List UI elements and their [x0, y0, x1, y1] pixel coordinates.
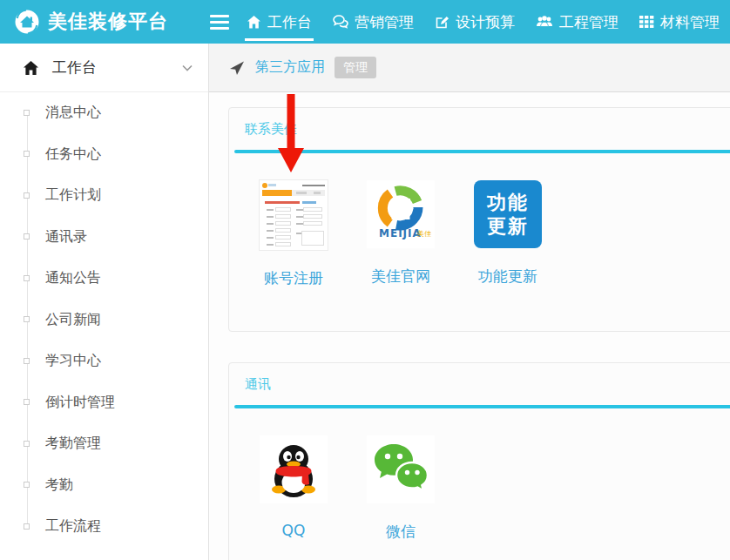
sidebar-item-company-news[interactable]: 公司新闻 [0, 300, 208, 341]
sidebar-item-label: 任务中心 [45, 145, 101, 164]
nav-label: 设计预算 [456, 12, 515, 32]
sidebar-item-contacts[interactable]: 通讯录 [0, 217, 208, 259]
comments-icon [333, 15, 348, 29]
app-title: 美佳装修平台 [48, 9, 168, 35]
sidebar-toggle-button[interactable] [209, 0, 229, 44]
breadcrumb: 第三方应用 管理 [209, 44, 730, 92]
nav-label: 工程管理 [559, 12, 618, 32]
sidebar-item-work-plan[interactable]: 工作计划 [0, 175, 208, 217]
app-logo[interactable]: 美佳装修平台 [0, 0, 209, 44]
app-feature-updates[interactable]: 功能 更新 功能更新 [474, 180, 542, 287]
app-window: 美佳装修平台 工作台 营销管理 [0, 0, 730, 560]
home-icon [247, 15, 261, 30]
sidebar-item-label: 工作计划 [45, 186, 101, 205]
app-grid: QQ [229, 408, 730, 560]
top-header: 美佳装修平台 工作台 营销管理 [0, 0, 730, 44]
sidebar-item-label: 考勤 [45, 476, 73, 495]
registration-screenshot-thumbnail [260, 180, 328, 250]
sidebar-item-label: 通讯录 [45, 228, 87, 246]
nav-workbench[interactable]: 工作台 [236, 0, 322, 44]
wechat-logo [367, 435, 435, 503]
panel-title: 通讯 [229, 363, 730, 405]
sidebar: 工作台 消息中心 任务中心 工作计划 通讯录 通知公告 公司新闻 学习中心 倒计… [0, 44, 209, 560]
svg-text:MEIJIA: MEIJIA [379, 227, 422, 240]
sidebar-item-message-center[interactable]: 消息中心 [0, 92, 208, 134]
app-label: QQ [282, 522, 306, 539]
sidebar-item-task-center[interactable]: 任务中心 [0, 134, 208, 176]
main-area: 第三方应用 管理 联系美佳 [209, 44, 730, 560]
sidebar-item-attendance-management[interactable]: 考勤管理 [0, 423, 208, 465]
nav-label: 材料管理 [660, 12, 720, 32]
panel-contact-meijia: 联系美佳 [228, 107, 730, 332]
manage-badge[interactable]: 管理 [335, 57, 376, 78]
app-label: 美佳官网 [371, 267, 430, 287]
app-grid: 账号注册 [229, 153, 730, 331]
sidebar-item-label: 消息中心 [45, 104, 101, 122]
sidebar-item-label: 通知公告 [45, 269, 101, 287]
tile-text-line: 功能 [487, 191, 529, 215]
meijia-swirl-logo-icon [14, 9, 40, 35]
sidebar-item-label: 公司新闻 [45, 311, 101, 329]
sidebar-item-workflow[interactable]: 工作流程 [0, 506, 208, 548]
edit-icon [435, 15, 449, 30]
nav-label: 工作台 [267, 12, 312, 32]
chevron-down-icon[interactable] [182, 64, 193, 71]
app-wechat[interactable]: 微信 [367, 435, 435, 542]
grid-icon [639, 15, 654, 29]
sidebar-item-attendance[interactable]: 考勤 [0, 465, 208, 507]
app-meijia-website[interactable]: MEIJIA 美佳 美佳官网 [367, 180, 435, 287]
sidebar-item-learning-center[interactable]: 学习中心 [0, 341, 208, 382]
nav-label: 营销管理 [355, 12, 414, 32]
nav-marketing[interactable]: 营销管理 [322, 0, 424, 44]
app-qq[interactable]: QQ [260, 435, 328, 539]
sidebar-header-label: 工作台 [52, 57, 97, 78]
users-icon [536, 15, 553, 29]
panel-communication: 通讯 [228, 362, 730, 560]
sidebar-item-label: 倒计时管理 [45, 394, 115, 412]
nav-design-budget[interactable]: 设计预算 [424, 0, 525, 44]
nav-materials[interactable]: 材料管理 [629, 0, 730, 44]
meijia-logo: MEIJIA 美佳 [367, 180, 435, 248]
location-arrow-icon [228, 59, 246, 77]
sidebar-item-label: 学习中心 [45, 352, 101, 370]
app-label: 功能更新 [478, 267, 537, 287]
nav-engineering[interactable]: 工程管理 [525, 0, 629, 44]
sidebar-item-countdown-management[interactable]: 倒计时管理 [0, 382, 208, 424]
breadcrumb-third-party-apps-link[interactable]: 第三方应用 [255, 58, 325, 77]
sidebar-item-workbench[interactable]: 工作台 [0, 44, 208, 92]
app-label: 账号注册 [264, 268, 323, 288]
feature-update-tile: 功能 更新 [474, 180, 542, 248]
sidebar-menu: 消息中心 任务中心 工作计划 通讯录 通知公告 公司新闻 学习中心 倒计时管理 … [0, 92, 208, 560]
panel-title: 联系美佳 [229, 108, 730, 150]
content-area: 联系美佳 [209, 92, 730, 560]
home-icon [23, 60, 39, 76]
top-navigation: 工作台 营销管理 设计预算 [236, 0, 730, 44]
svg-text:美佳: 美佳 [417, 230, 431, 238]
tile-text-line: 更新 [487, 214, 529, 239]
app-account-registration[interactable]: 账号注册 [260, 180, 328, 288]
sidebar-item-label: 考勤管理 [45, 435, 101, 453]
qq-logo [260, 435, 328, 503]
app-label: 微信 [386, 522, 416, 542]
sidebar-item-label: 工作流程 [45, 517, 101, 536]
sidebar-item-announcements[interactable]: 通知公告 [0, 258, 208, 300]
